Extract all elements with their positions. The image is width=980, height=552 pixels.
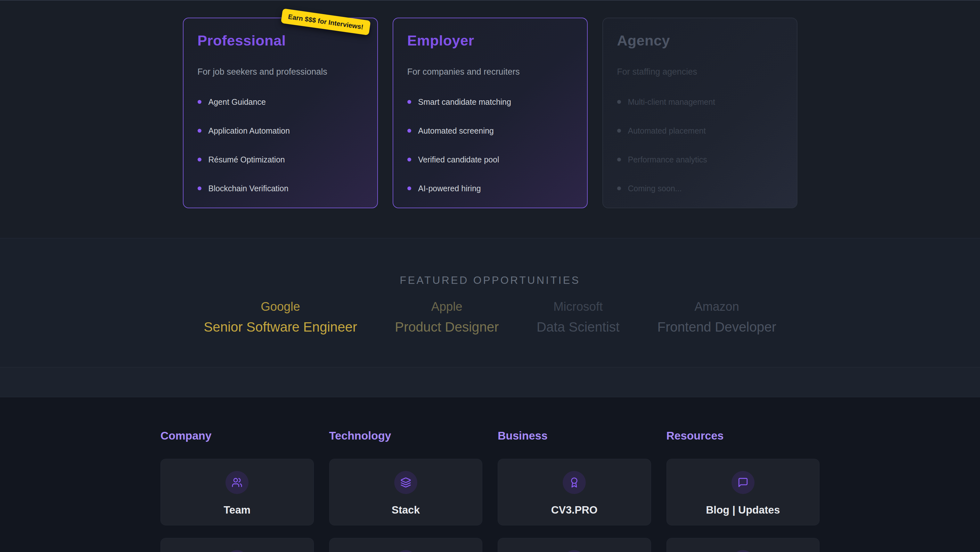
plan-subtitle: For companies and recruiters <box>407 67 573 77</box>
plan-card-agency: Agency For staffing agencies Multi-clien… <box>602 18 797 208</box>
job-item-google[interactable]: Google Senior Software Engineer <box>204 300 357 335</box>
plan-title: Employer <box>407 32 573 49</box>
plan-feature-list: Multi-client management Automated placem… <box>617 97 783 193</box>
job-item-apple[interactable]: Apple Product Designer <box>395 300 499 335</box>
feature-item: Blockchain Verification <box>197 183 363 193</box>
feature-label: AI-powered hiring <box>418 184 481 193</box>
feature-item: Automated screening <box>407 126 573 136</box>
feature-label: Smart candidate matching <box>418 97 511 107</box>
users-icon <box>232 477 242 488</box>
layers-icon <box>400 477 411 488</box>
feature-label: Verified candidate pool <box>418 155 499 164</box>
feature-item: Application Automation <box>197 126 363 136</box>
featured-section: FEATURED OPPORTUNITIES Google Senior Sof… <box>0 238 980 367</box>
footer-card-cv3pro[interactable]: CV3.PRO <box>498 459 651 525</box>
footer-card-label: Blog | Updates <box>706 504 780 516</box>
featured-jobs-row: Google Senior Software Engineer Apple Pr… <box>0 300 980 335</box>
footer-column-company: Company Team <box>161 429 314 552</box>
bullet-dot-icon <box>407 187 411 190</box>
feature-item: Multi-client management <box>617 97 783 107</box>
message-square-icon <box>738 477 748 488</box>
icon-badge <box>394 471 417 494</box>
job-role: Frontend Developer <box>657 319 776 335</box>
feature-item: Verified candidate pool <box>407 155 573 164</box>
footer-column-heading: Company <box>161 429 314 442</box>
footer-card[interactable] <box>161 538 314 552</box>
icon-badge <box>732 471 754 494</box>
job-company: Amazon <box>657 300 776 314</box>
feature-label: Résumé Optimization <box>208 155 285 164</box>
feature-label: Automated placement <box>628 126 706 136</box>
feature-label: Automated screening <box>418 126 494 136</box>
footer-section: Company Team Technology <box>0 397 980 552</box>
plans-section: Earn $$$ for Interviews! Professional Fo… <box>0 0 980 238</box>
job-item-microsoft[interactable]: Microsoft Data Scientist <box>536 300 619 335</box>
footer-card[interactable] <box>329 538 483 552</box>
footer-card-label: Team <box>224 504 250 516</box>
feature-item: Smart candidate matching <box>407 97 573 107</box>
award-icon <box>569 477 580 488</box>
job-company: Google <box>204 300 357 314</box>
job-role: Senior Software Engineer <box>204 319 357 335</box>
footer-column-heading: Technology <box>329 429 483 442</box>
bullet-dot-icon <box>197 187 202 190</box>
feature-item: AI-powered hiring <box>407 183 573 193</box>
plans-row: Professional For job seekers and profess… <box>0 1 980 208</box>
bullet-dot-icon <box>617 100 621 104</box>
bullet-dot-icon <box>197 100 202 104</box>
plan-subtitle: For staffing agencies <box>617 67 783 77</box>
feature-label: Blockchain Verification <box>208 184 288 193</box>
feature-label: Application Automation <box>208 126 290 136</box>
footer-column-technology: Technology Stack <box>329 429 483 552</box>
footer-column-business: Business CV3.PRO <box>498 429 651 552</box>
footer-card-label: Stack <box>392 504 420 516</box>
job-role: Product Designer <box>395 319 499 335</box>
plan-feature-list: Smart candidate matching Automated scree… <box>407 97 573 193</box>
feature-item: Automated placement <box>617 126 783 136</box>
plan-title: Professional <box>197 32 363 49</box>
icon-badge <box>226 471 248 494</box>
icon-badge <box>563 550 586 552</box>
featured-heading: FEATURED OPPORTUNITIES <box>0 274 980 286</box>
bullet-dot-icon <box>407 129 411 132</box>
bullet-dot-icon <box>407 158 411 161</box>
footer-card-stack[interactable]: Stack <box>329 459 483 525</box>
feature-item: Agent Guidance <box>197 97 363 107</box>
icon-badge <box>394 550 417 552</box>
footer-card-team[interactable]: Team <box>161 459 314 525</box>
job-item-amazon[interactable]: Amazon Frontend Developer <box>657 300 776 335</box>
feature-item: Performance analytics <box>617 155 783 164</box>
plan-title: Agency <box>617 32 783 49</box>
job-company: Apple <box>395 300 499 314</box>
feature-label: Agent Guidance <box>208 97 266 107</box>
icon-badge <box>732 550 754 552</box>
bullet-dot-icon <box>617 187 621 190</box>
icon-badge <box>226 550 248 552</box>
footer-column-heading: Business <box>498 429 651 442</box>
job-company: Microsoft <box>536 300 619 314</box>
bullet-dot-icon <box>197 158 202 161</box>
plan-card-employer[interactable]: Employer For companies and recruiters Sm… <box>393 18 588 208</box>
section-divider-band <box>0 367 980 397</box>
footer-grid: Company Team Technology <box>161 429 819 552</box>
job-role: Data Scientist <box>536 319 619 335</box>
bullet-dot-icon <box>617 158 621 161</box>
footer-card[interactable] <box>498 538 651 552</box>
plan-feature-list: Agent Guidance Application Automation Ré… <box>197 97 363 193</box>
feature-label: Coming soon... <box>628 184 682 193</box>
footer-column-resources: Resources Blog | Updates <box>667 429 820 552</box>
feature-label: Performance analytics <box>628 155 707 164</box>
footer-card[interactable] <box>667 538 820 552</box>
bullet-dot-icon <box>197 129 202 132</box>
footer-column-heading: Resources <box>667 429 820 442</box>
footer-card-blog[interactable]: Blog | Updates <box>667 459 820 525</box>
footer-card-label: CV3.PRO <box>551 504 598 516</box>
plan-subtitle: For job seekers and professionals <box>197 67 363 77</box>
icon-badge <box>563 471 586 494</box>
bullet-dot-icon <box>617 129 621 132</box>
plan-card-professional[interactable]: Professional For job seekers and profess… <box>183 18 378 208</box>
feature-label: Multi-client management <box>628 97 715 107</box>
bullet-dot-icon <box>407 100 411 104</box>
feature-item: Résumé Optimization <box>197 155 363 164</box>
feature-item: Coming soon... <box>617 183 783 193</box>
